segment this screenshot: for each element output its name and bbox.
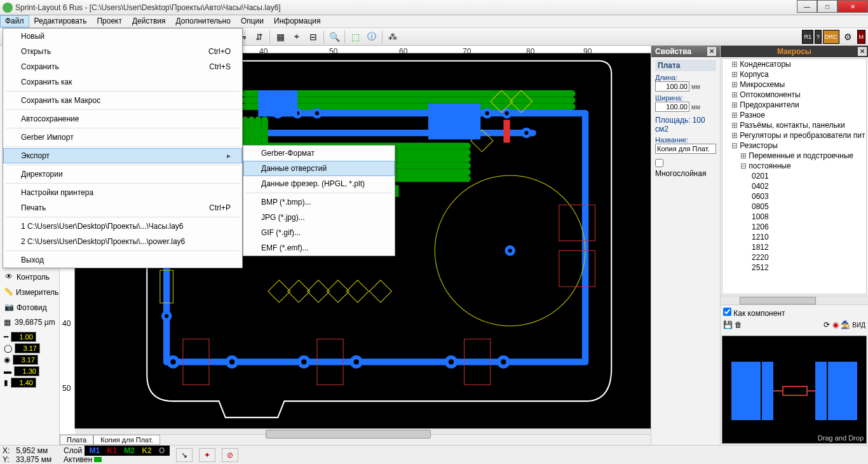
tab-copy[interactable]: Копия для Плат.: [93, 435, 160, 445]
grid-setting[interactable]: ▦ 39,6875 µm: [0, 315, 59, 329]
file-menu-item[interactable]: Gerber Импорт: [3, 130, 242, 145]
tree-node[interactable]: Разъёмы, контакты, панельки: [722, 120, 866, 130]
as-component-checkbox[interactable]: Как компонент: [723, 308, 785, 318]
tree-node[interactable]: постоянные: [722, 161, 866, 171]
close-button[interactable]: ✕: [837, 0, 868, 13]
tree-node[interactable]: Разное: [722, 110, 866, 120]
file-menu-item[interactable]: ПечатьCtrl+P: [3, 200, 242, 215]
layer-m2[interactable]: M2: [121, 446, 137, 455]
tree-node[interactable]: 0603: [722, 191, 866, 201]
file-menu-item[interactable]: 1 C:\Users\User\Desktop\Проекты\...\Часы…: [3, 219, 242, 234]
val-smd-w[interactable]: ▬1.30: [4, 366, 55, 376]
tab-board[interactable]: Плата: [60, 435, 93, 445]
layer-o[interactable]: О: [156, 446, 167, 455]
tool-photoview[interactable]: 📷 Фотовид: [0, 300, 59, 315]
tree-node[interactable]: Оптокомпоненты: [722, 90, 866, 100]
layer-k1[interactable]: K1: [105, 446, 119, 455]
tree-node[interactable]: 1210: [722, 232, 866, 242]
file-menu-item[interactable]: Автосохранение: [3, 111, 242, 126]
menu-options[interactable]: Опции: [236, 15, 269, 27]
tb-snap[interactable]: ⌖: [289, 30, 304, 44]
tb-zoom[interactable]: 🔍: [327, 30, 342, 44]
export-menu-item[interactable]: GIF (*.gif)...: [243, 225, 395, 240]
tree-node[interactable]: 1206: [722, 222, 866, 232]
val-pad-inner[interactable]: ◉3.17: [4, 355, 55, 365]
export-menu-item[interactable]: JPG (*.jpg)...: [243, 210, 395, 225]
export-menu-item[interactable]: Данные фрезер. (HPGL, *.plt): [243, 176, 395, 191]
val-track-width[interactable]: ━1.00: [4, 332, 55, 342]
tool-measure[interactable]: 📏 Измеритель: [0, 285, 59, 300]
height-label: Ширина:: [655, 94, 716, 102]
export-menu-item[interactable]: BMP (*.bmp)...: [243, 194, 395, 210]
minimize-button[interactable]: —: [797, 0, 817, 13]
file-menu-item[interactable]: ОткрытьCtrl+O: [3, 44, 242, 59]
tree-node[interactable]: Регуляторы и преобразователи пит: [722, 130, 866, 140]
file-menu-item[interactable]: 2 C:\Users\User\Desktop\Проекты\...\powe…: [3, 234, 242, 249]
menu-actions[interactable]: Действия: [127, 15, 171, 27]
status-origin[interactable]: ✦: [199, 448, 215, 462]
tree-node[interactable]: 2512: [722, 263, 866, 273]
menu-info[interactable]: Информация: [269, 15, 325, 27]
file-menu-item[interactable]: Экспорт▸: [3, 148, 242, 163]
export-menu-item[interactable]: Данные отверстий: [243, 161, 395, 176]
properties-close[interactable]: ✕: [707, 47, 716, 56]
status-probe[interactable]: ↘: [176, 448, 193, 462]
tb-opt[interactable]: ⚙: [841, 30, 856, 44]
wizard-icon[interactable]: 🧙: [841, 320, 850, 329]
height-input[interactable]: [655, 102, 689, 112]
tool-control[interactable]: 👁 Контроль: [0, 270, 59, 285]
file-menu-item[interactable]: Сохранить как: [3, 74, 242, 90]
val-pad-outer[interactable]: ◯3.17: [4, 343, 55, 353]
tree-node[interactable]: 0201: [722, 171, 866, 181]
status-nodrc[interactable]: ⊘: [222, 448, 238, 462]
tb-remove[interactable]: ⊟: [306, 30, 321, 44]
tb-r1[interactable]: R1: [802, 30, 813, 44]
horizontal-scrollbar[interactable]: [75, 428, 651, 434]
tb-component[interactable]: ⁂: [385, 30, 400, 44]
refresh-icon[interactable]: ⟳: [824, 320, 830, 329]
file-menu-item[interactable]: СохранитьCtrl+S: [3, 59, 242, 74]
tb-mirror-v[interactable]: ⇵: [252, 30, 267, 44]
tb-help[interactable]: ?: [815, 30, 822, 44]
tree-node[interactable]: Микросхемы: [722, 79, 866, 90]
menu-file[interactable]: Файл: [0, 15, 29, 27]
macros-tree[interactable]: КонденсаторыКорпусаМикросхемыОптокомпоне…: [722, 58, 867, 294]
tree-hscroll[interactable]: [721, 296, 868, 304]
macros-close[interactable]: ✕: [858, 47, 867, 56]
file-menu-item[interactable]: Настройки принтера: [3, 185, 242, 200]
layer-m1[interactable]: M1: [87, 446, 103, 455]
maximize-button[interactable]: □: [817, 0, 837, 13]
multilayer-checkbox[interactable]: Многослойная: [655, 160, 706, 178]
name-input[interactable]: [655, 144, 716, 154]
val-smd-h[interactable]: ▮1.40: [4, 378, 55, 388]
tree-node[interactable]: Корпуса: [722, 69, 866, 79]
file-menu-item[interactable]: Сохранить как Макрос: [3, 93, 242, 108]
tree-node[interactable]: Конденсаторы: [722, 59, 866, 69]
save-icon[interactable]: 💾: [723, 320, 733, 329]
menu-extra[interactable]: Дополнительно: [171, 15, 236, 27]
tree-node[interactable]: 1008: [722, 212, 866, 222]
tb-m[interactable]: M: [857, 30, 866, 44]
export-menu-item[interactable]: EMF (*.emf)...: [243, 240, 395, 256]
menu-edit[interactable]: Редактировать: [29, 15, 92, 27]
delete-icon[interactable]: 🗑: [735, 320, 742, 329]
file-menu-item[interactable]: Выход: [3, 252, 242, 268]
file-menu-item[interactable]: Новый: [3, 29, 242, 44]
tree-node[interactable]: 1812: [722, 242, 866, 252]
tree-node[interactable]: 2220: [722, 252, 866, 263]
tb-drc[interactable]: DRC: [823, 30, 839, 44]
export-menu-item[interactable]: Gerber-Формат: [243, 146, 395, 161]
tree-node[interactable]: 0402: [722, 181, 866, 191]
tree-node[interactable]: 0805: [722, 201, 866, 212]
menu-project[interactable]: Проект: [92, 15, 127, 27]
file-menu-item[interactable]: Директории: [3, 167, 242, 182]
tree-node[interactable]: Переменные и подстроечные: [722, 151, 866, 161]
width-input[interactable]: [655, 81, 689, 92]
record-icon[interactable]: ◉: [832, 320, 839, 329]
tb-align[interactable]: ▦: [273, 30, 288, 44]
tb-select[interactable]: ⬚: [348, 30, 363, 44]
tree-node[interactable]: Предохранители: [722, 100, 866, 110]
tree-node[interactable]: Резисторы: [722, 140, 866, 151]
tb-info[interactable]: ⓘ: [364, 30, 379, 44]
layer-k2[interactable]: K2: [139, 446, 154, 455]
